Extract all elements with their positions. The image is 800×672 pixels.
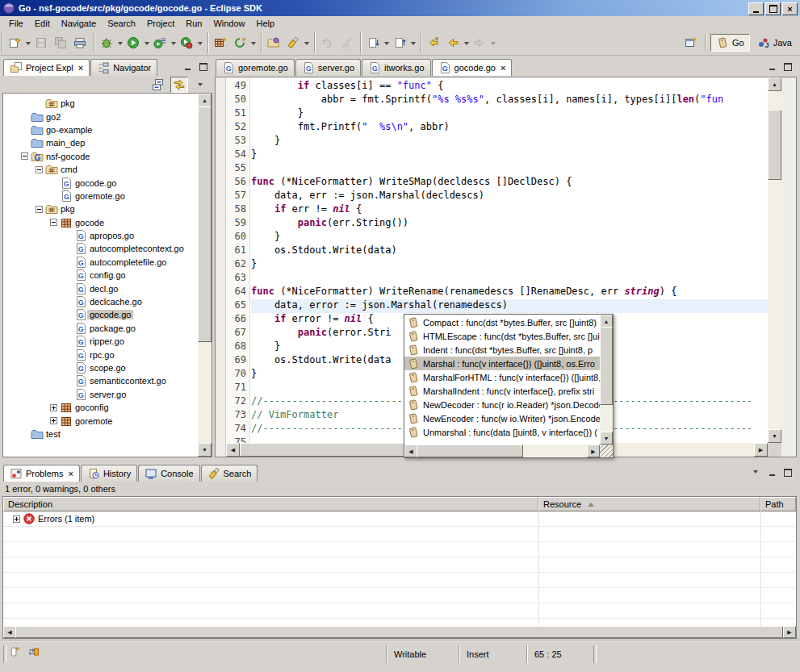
editor-minimize-button[interactable]	[765, 61, 778, 73]
scroll-up-icon[interactable]: ▲	[768, 77, 781, 91]
view-tab-navigator[interactable]: Navigator	[90, 59, 157, 76]
tree-item-autocompletecontext-go[interactable]: Gautocompletecontext.go	[3, 242, 198, 255]
run-button[interactable]	[124, 33, 143, 52]
code-line-62[interactable]: }	[251, 258, 768, 272]
new-wizard-button[interactable]	[5, 33, 24, 52]
tree-item-gocode[interactable]: gocode	[3, 216, 198, 229]
close-button[interactable]: ×	[782, 2, 798, 15]
code-line-49[interactable]: if classes[i] == "func" {	[251, 80, 768, 94]
code-line-57[interactable]: data, err := json.Marshal(decldescs)	[251, 190, 768, 203]
tree-item-pkg[interactable]: pkg	[3, 97, 198, 110]
tree-item-scope-go[interactable]: Gscope.go	[3, 361, 198, 374]
scroll-right-icon[interactable]: ▶	[754, 443, 768, 457]
profile-dropdown[interactable]	[196, 33, 203, 52]
tree-item-semanticcontext-go[interactable]: Gsemanticcontext.go	[3, 374, 198, 387]
completion-item-marshal[interactable]: Marshal : func(v interface{}) ([]uint8, …	[404, 357, 600, 370]
tree-item-go-example[interactable]: go-example	[3, 123, 198, 136]
tree-item-goremote[interactable]: goremote	[3, 414, 198, 427]
completion-item-newencoder[interactable]: NewEncoder : func(w io.Writer) *json.Enc…	[404, 411, 600, 425]
collapse-toggle-icon[interactable]	[32, 206, 45, 213]
scroll-right-icon[interactable]: ▶	[587, 445, 600, 457]
new-go-app-dropdown[interactable]	[249, 33, 257, 52]
profile-button[interactable]	[177, 33, 196, 52]
perspective-go[interactable]: Go	[710, 34, 750, 52]
popup-hscroll-thumb[interactable]	[417, 445, 523, 457]
scroll-left-icon[interactable]: ◀	[404, 445, 417, 457]
problems-row-errors-1-item[interactable]: Errors (1 item)	[3, 511, 796, 527]
code-line-50[interactable]: abbr = fmt.Sprintf("%s %s%s", classes[i]…	[251, 94, 768, 107]
code-line-52[interactable]: fmt.Printf(" %s\n", abbr)	[251, 121, 768, 135]
scroll-up-icon[interactable]: ▲	[600, 315, 613, 328]
scroll-left-icon[interactable]: ◀	[226, 443, 240, 457]
tree-item-rpc-go[interactable]: Grpc.go	[3, 348, 198, 361]
scroll-down-icon[interactable]: ▼	[198, 443, 212, 457]
explorer-maximize-button[interactable]	[197, 61, 210, 73]
problems-hscroll-thumb[interactable]	[15, 626, 783, 638]
completion-item-marshalforhtml[interactable]: MarshalForHTML : func(v interface{}) ([]…	[404, 370, 600, 384]
tree-item-nsf-gocode[interactable]: Gnsf-gocode	[3, 150, 198, 163]
overview-ruler[interactable]	[781, 77, 796, 457]
tree-item-server-go[interactable]: Gserver.go	[3, 388, 198, 401]
debug-button[interactable]	[97, 33, 116, 52]
status-sync-button[interactable]	[27, 646, 40, 657]
view-tab-history[interactable]: History	[81, 465, 137, 482]
run-history-button[interactable]	[150, 33, 170, 52]
code-line-56[interactable]: func (*NiceFormatter) WriteSMap(decldesc…	[251, 176, 768, 190]
collapse-all-button[interactable]	[150, 77, 166, 92]
code-line-60[interactable]: }	[251, 231, 768, 244]
code-line-59[interactable]: panic(err.String())	[251, 217, 768, 231]
problems-view-menu-button[interactable]	[749, 467, 762, 478]
tree-item-config-go[interactable]: Gconfig.go	[3, 269, 198, 282]
popup-resize-grip[interactable]	[600, 445, 613, 457]
scroll-down-icon[interactable]: ▼	[768, 429, 781, 443]
scroll-left-icon[interactable]: ◀	[3, 626, 16, 638]
menu-navigate[interactable]: Navigate	[56, 17, 102, 30]
editor-vscroll-thumb[interactable]	[768, 110, 781, 180]
column-header-path[interactable]: Path	[760, 497, 796, 511]
completion-item-unmarshal[interactable]: Unmarshal : func(data []uint8, v interfa…	[404, 425, 600, 439]
code-line-61[interactable]: os.Stdout.Write(data)	[251, 244, 768, 258]
run-history-dropdown[interactable]	[170, 33, 177, 52]
menu-project[interactable]: Project	[141, 17, 180, 30]
code-line-58[interactable]: if err != nil {	[251, 203, 768, 217]
search-button[interactable]	[283, 33, 303, 52]
tree-scroll-thumb[interactable]	[198, 106, 212, 342]
code-line-55[interactable]	[251, 162, 768, 176]
status-new-button[interactable]	[8, 646, 21, 657]
tree-item-package-go[interactable]: Gpackage.go	[3, 322, 198, 335]
maximize-button[interactable]	[765, 2, 781, 15]
editor-tab-itworks-go[interactable]: Gitworks.go	[362, 59, 431, 76]
code-line-63[interactable]	[251, 272, 768, 286]
close-tab-icon[interactable]: ×	[68, 470, 73, 478]
tree-item-gocode-go[interactable]: Ggocode.go	[3, 308, 198, 321]
tree-item-autocompletefile-go[interactable]: Gautocompletefile.go	[3, 256, 198, 269]
close-tab-icon[interactable]: ×	[78, 64, 83, 73]
column-header-resource[interactable]: Resource	[538, 497, 760, 511]
editor-vertical-scrollbar[interactable]: ▲ ▼	[768, 77, 781, 443]
tree-item-main-dep[interactable]: main_dep	[3, 136, 198, 149]
completion-item-newdecoder[interactable]: NewDecoder : func(r io.Reader) *json.Dec…	[404, 398, 600, 411]
debug-dropdown[interactable]	[116, 33, 124, 52]
menu-edit[interactable]: Edit	[29, 17, 56, 30]
problems-maximize-button[interactable]	[781, 467, 794, 478]
new-wizard-dropdown[interactable]	[24, 33, 31, 52]
tree-item-ripper-go[interactable]: Gripper.go	[3, 335, 198, 348]
expand-toggle-icon[interactable]	[47, 417, 60, 424]
popup-vertical-scrollbar[interactable]: ▲ ▼	[600, 315, 613, 445]
tree-item-gocode-go[interactable]: Ggocode.go	[3, 176, 198, 189]
expand-toggle-icon[interactable]	[10, 515, 23, 523]
explorer-view-menu-button[interactable]	[192, 77, 208, 92]
tree-item-declcache-go[interactable]: Gdeclcache.go	[3, 295, 198, 308]
new-go-app-button[interactable]	[230, 33, 249, 52]
tree-item-cmd[interactable]: cmd	[3, 163, 198, 176]
scroll-right-icon[interactable]: ▶	[783, 626, 796, 638]
view-tab-search[interactable]: Search	[201, 465, 258, 482]
link-editor-button[interactable]	[170, 77, 188, 93]
new-go-package-button[interactable]	[211, 33, 230, 52]
next-annotation-button[interactable]	[363, 33, 383, 52]
code-line-53[interactable]: }	[251, 135, 768, 148]
tree-item-decl-go[interactable]: Gdecl.go	[3, 282, 198, 294]
tree-item-apropos-go[interactable]: Gapropos.go	[3, 229, 198, 242]
collapse-toggle-icon[interactable]	[32, 166, 45, 173]
menu-file[interactable]: File	[3, 17, 29, 30]
